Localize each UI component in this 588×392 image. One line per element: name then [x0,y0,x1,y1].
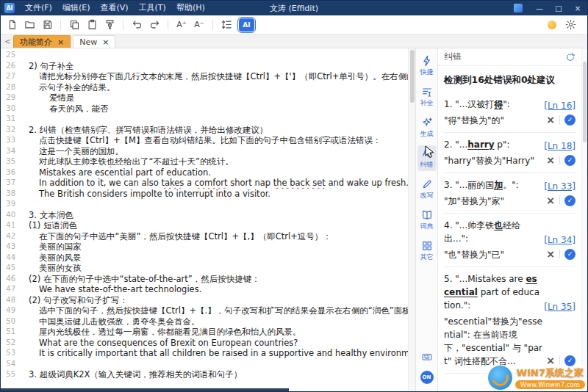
redo-button[interactable] [146,18,162,32]
editor-line[interactable]: 31 [1,114,408,125]
editor-line[interactable]: 50中国奥运健儿击败强敌，勇夺冬奥会首金。 [1,316,408,327]
close-button[interactable]: × [568,1,587,15]
editor-line[interactable]: 52What are the consequences of Brexit on… [1,338,408,349]
maximize-button[interactable]: □ [549,1,568,15]
editor-line[interactable]: 403. 文本润色 [1,210,408,221]
format-brush-button[interactable] [101,18,118,32]
new-file-button[interactable] [4,18,20,32]
tab-intro[interactable]: 功能简介× [13,35,71,48]
tab-scroll-left[interactable]: < [2,35,13,48]
accept-button[interactable]: ✓ [564,249,576,260]
theme-icon[interactable] [514,4,523,12]
editor-line[interactable]: 47We have state-of-the-art technologies. [1,284,408,295]
open-file-button[interactable] [21,18,37,32]
line-ref-link[interactable]: [Ln 33] [544,181,576,192]
line-spacing-button[interactable] [218,18,234,32]
editor-line[interactable]: 29爱情是 [1,92,408,104]
editor-line[interactable]: 36Mistakes are escential part of educati… [1,167,408,178]
tab-label: 功能简介 [20,37,52,48]
paste-button[interactable] [84,18,100,32]
editor-line[interactable]: 38The British considers impolte to inter… [1,189,408,200]
line-ref-link[interactable]: [Ln 18] [544,141,576,151]
reject-button[interactable]: × [546,249,555,259]
menu-view[interactable]: 查看(V) [95,1,133,15]
menu-help[interactable]: 帮助(H) [171,1,210,15]
feature-more[interactable]: 其它 [417,238,437,264]
line-text: What are the consequences of Brexit on E… [21,338,298,349]
editor-line[interactable]: 49选中下面的句子，然后按快捷键【Ctrl】+【.】，句子改写和扩写的结果会显示… [1,305,408,316]
accept-button[interactable]: ✓ [564,195,576,206]
editor-line[interactable]: 44美丽的风景 [1,253,408,264]
copy-button[interactable] [66,18,82,32]
error-item: 5. "...Mistakes are escential part of ed… [444,267,576,374]
editor-line[interactable]: 322. 纠错（检查错别字、拼写错误和语法错误，并给出修改建议） [1,125,408,136]
accept-button[interactable]: ✓ [564,355,576,366]
feature-rewrite[interactable]: 改写 [417,176,437,202]
line-text: 2. 纠错（检查错别字、拼写错误和语法错误，并给出修改建议） [21,125,268,136]
menu-edit[interactable]: 编辑(E) [57,1,96,15]
line-number: 39 [1,199,21,210]
virtual-keyboard-button[interactable] [420,352,434,364]
editor[interactable]: 25262) 句子补全27请把光标分别停在下面几行文本的末尾，然后按快捷键【Ct… [1,48,408,392]
editor-line[interactable]: 262) 句子补全 [1,61,408,72]
editor-line[interactable]: 34这是一个美丽的国加。 [1,146,408,157]
editor-line[interactable]: 30春天的风，能否 [1,104,408,115]
panel-vertical-scrollbar[interactable] [581,48,587,392]
editor-line[interactable]: 43美丽的国家 [1,242,408,253]
feature-completion[interactable]: 补全 [417,84,437,109]
editor-line[interactable]: 39 [1,199,408,210]
menu-file[interactable]: 文件(F) [20,1,57,15]
ai-assistant-button[interactable]: AI [239,18,254,32]
tab-new[interactable]: New× [73,35,115,48]
app-logo-icon: AI [4,3,15,13]
feature-generate[interactable]: 生成 [417,115,437,140]
editor-line[interactable]: 553. 超级词典K2X（输入关键词，推荐相关的词语和句子） [1,369,408,380]
reject-button[interactable]: × [546,155,555,165]
save-button[interactable] [39,18,55,32]
settings-button[interactable] [562,18,578,32]
editor-line[interactable]: 53It is critically important that all ch… [1,348,408,359]
line-ref-link[interactable]: [Ln 34] [544,235,576,245]
tips-button[interactable] [548,21,556,29]
editor-line[interactable]: 25 [1,50,408,61]
toolbar-separator [60,20,61,30]
assistant-toggle[interactable]: ON [420,371,434,384]
minimize-button[interactable]: — [530,1,549,15]
accept-button[interactable]: ✓ [564,115,576,126]
error-underlined-text: on [198,338,209,348]
font-increase-button[interactable]: A⁺ [173,18,190,32]
line-ref-link[interactable]: [Ln 35] [544,302,576,312]
editor-line[interactable]: 28示句子补全的结果。 [1,82,408,93]
editor-line[interactable]: 46(2) 在下面的句子中选中“state-of-the-art”，然后按快捷键… [1,274,408,285]
error-suggestion: "加"替换为"家" [444,195,543,208]
editor-line[interactable]: 45美丽的女孩 [1,263,408,274]
refresh-icon[interactable] [565,52,576,62]
reject-button[interactable]: × [546,115,555,125]
scrollbar-thumb[interactable] [410,50,415,103]
copy-icon [69,19,80,30]
line-ref-link[interactable]: [Ln 16] [544,101,576,111]
accept-button[interactable]: ✓ [564,155,576,166]
font-decrease-button[interactable]: A⁻ [191,18,207,32]
feature-quick[interactable]: 快捷 [417,53,437,79]
editor-line[interactable]: 33点击快捷键【Ctrl】+【M】查看自动纠错结果。比如下面的句子中包含错别字或… [1,135,408,146]
editor-line[interactable]: 42在下面的句子中选中“美丽”，然后按快捷键【Ctrl】+【,】（即Ctrl+逗… [1,231,408,242]
reject-button[interactable]: × [546,195,555,206]
tab-close-icon[interactable]: × [102,38,109,46]
undo-button[interactable] [129,18,145,32]
editor-line[interactable]: 48(2) 句子改写和句子扩写： [1,295,408,306]
editor-line[interactable]: 35对此球队主帅李铁也经给出了“不超过十天”的统计。 [1,156,408,167]
reject-button[interactable]: × [546,355,555,366]
line-number: 46 [1,274,21,285]
editor-line[interactable]: 41(1) 短语润色 [1,220,408,231]
feature-dictionary[interactable]: 词典 [417,207,437,233]
horizontal-scrollbar-thumb[interactable] [1,388,289,391]
tab-close-icon[interactable]: × [57,38,64,46]
editor-line[interactable]: 54 [1,359,408,370]
editor-vertical-scrollbar[interactable] [408,48,415,392]
editor-line[interactable]: 51屋内光线极佳，透过每一扇窗，你都能看见满目的绿色和怡人的风景。 [1,327,408,338]
editor-line[interactable]: 37In addition to it, we can also takes a… [1,178,408,189]
editor-line[interactable]: 27请把光标分别停在下面几行文本的末尾，然后按快捷键【Ctrl】+【'】（即Ct… [1,71,408,82]
menu-tools[interactable]: 工具(T) [134,1,171,15]
scrollbar-thumb[interactable] [583,62,587,142]
